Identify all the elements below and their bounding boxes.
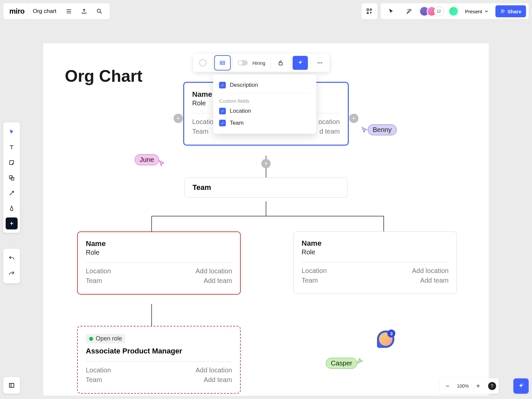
zoom-in-button[interactable]: +	[473, 381, 483, 391]
zoom-out-button[interactable]: −	[442, 381, 453, 391]
zoom-value[interactable]: 100%	[456, 383, 470, 389]
cursor-arrow-icon	[361, 126, 368, 134]
cursor-tag: Casper	[326, 358, 357, 369]
canvas[interactable]: Org Chart Name Role Locatioocation Teamd…	[43, 43, 489, 396]
location-label: Location	[86, 267, 111, 275]
team-label: Team	[86, 376, 102, 384]
location-value[interactable]: Add location	[196, 267, 232, 275]
checkbox-checked-icon: ✓	[219, 108, 226, 114]
svg-point-20	[221, 62, 222, 63]
checkbox-checked-icon: ✓	[219, 120, 226, 126]
ai-assist-button[interactable]	[293, 56, 308, 70]
left-toolbar	[3, 122, 20, 233]
node-name[interactable]: Name	[302, 239, 449, 248]
svg-line-4	[100, 12, 101, 14]
team-label: Team	[192, 128, 208, 135]
cursor-tag: June	[135, 154, 159, 165]
present-button[interactable]: Present	[461, 5, 493, 17]
connector-tool[interactable]	[5, 186, 18, 201]
location-value[interactable]: Add location	[412, 267, 449, 275]
color-swatch-icon	[199, 59, 206, 66]
svg-point-24	[302, 61, 302, 62]
org-node-right[interactable]: Name Role LocationAdd location TeamAdd t…	[293, 231, 457, 294]
open-role-badge: Open role	[86, 334, 125, 343]
hiring-toggle[interactable]: Hiring	[234, 56, 269, 70]
team-value[interactable]: Add team	[203, 277, 232, 285]
cursor-tag: Benny	[368, 124, 397, 135]
node-name[interactable]: Name	[86, 239, 232, 248]
select-tool[interactable]	[5, 124, 18, 140]
cursor-arrow-icon	[158, 160, 166, 167]
page-title[interactable]: Org Chart	[65, 66, 142, 86]
dropdown-item-team[interactable]: ✓ Team	[219, 117, 310, 129]
export-icon[interactable]	[76, 4, 92, 19]
location-value[interactable]: ocation	[319, 118, 340, 126]
svg-rect-5	[367, 9, 368, 11]
checkbox-checked-icon: ✓	[219, 82, 226, 88]
person-add-icon	[500, 9, 505, 14]
team-value[interactable]: d team	[320, 128, 340, 135]
node-role[interactable]: Role	[302, 248, 449, 256]
zoom-controls: − 100% + ?	[440, 378, 499, 394]
comment-bubble[interactable]: 3	[377, 331, 394, 348]
sticky-note-tool[interactable]	[5, 155, 18, 170]
board-name[interactable]: Org chart	[28, 8, 61, 15]
node-role[interactable]: Role	[86, 249, 232, 256]
present-label: Present	[465, 9, 482, 14]
search-icon[interactable]	[92, 4, 107, 19]
apps-icon[interactable]	[361, 3, 377, 19]
current-user-avatar[interactable]	[449, 6, 459, 16]
ai-fab[interactable]	[513, 378, 529, 394]
reactions-icon[interactable]	[401, 4, 417, 19]
share-button[interactable]: Share	[495, 5, 526, 17]
chevron-down-icon	[484, 9, 489, 14]
share-label: Share	[507, 9, 521, 14]
collaborator-cursor-casper: Casper	[326, 358, 364, 369]
dropdown-item-description[interactable]: ✓ Description	[219, 79, 310, 91]
location-label: Location	[86, 366, 111, 374]
divider	[302, 262, 449, 262]
add-right-handle[interactable]: +	[349, 114, 358, 123]
fields-toggle[interactable]	[215, 56, 230, 70]
org-node-open-role[interactable]: Open role Associate Product Manager Loca…	[77, 326, 241, 394]
lock-button[interactable]	[273, 56, 288, 70]
add-below-handle[interactable]: +	[261, 159, 271, 168]
org-node-left[interactable]: Name Role LocationAdd location TeamAdd t…	[77, 231, 241, 295]
text-tool[interactable]	[5, 140, 18, 155]
team-label: Team	[86, 277, 102, 285]
svg-rect-11	[9, 383, 14, 387]
toggle-icon	[238, 60, 248, 66]
open-role-text: Open role	[96, 335, 122, 342]
redo-button[interactable]	[5, 266, 18, 281]
org-node-team[interactable]: Team	[184, 178, 348, 198]
fields-dropdown: ✓ Description Custom fields ✓ Location ✓…	[213, 74, 316, 134]
team-value[interactable]: Add team	[420, 277, 449, 284]
svg-point-27	[321, 63, 322, 64]
panel-toggle[interactable]	[3, 377, 20, 394]
undo-redo-toolbar	[3, 249, 20, 283]
location-value[interactable]: Add location	[196, 366, 232, 374]
pen-tool[interactable]	[5, 201, 18, 216]
status-dot-icon	[89, 337, 93, 341]
help-button[interactable]: ?	[488, 382, 496, 390]
node-toolbar: Hiring	[193, 54, 330, 72]
team-node-label[interactable]: Team	[193, 183, 339, 192]
dropdown-item-location[interactable]: ✓ Location	[219, 105, 310, 117]
svg-marker-7	[367, 12, 368, 14]
open-role-title[interactable]: Associate Product Manager	[86, 347, 232, 355]
cursor-mode-icon[interactable]	[383, 4, 399, 19]
add-left-handle[interactable]: +	[174, 114, 183, 123]
shape-tool[interactable]	[5, 170, 18, 186]
collaborator-avatars[interactable]: 12	[419, 6, 444, 16]
more-options[interactable]	[312, 56, 328, 70]
color-picker[interactable]	[195, 56, 210, 70]
team-value[interactable]: Add team	[203, 376, 232, 384]
team-label: Team	[302, 277, 318, 284]
undo-button[interactable]	[5, 251, 18, 266]
collaborator-cursor-june: June	[135, 152, 166, 167]
menu-icon[interactable]	[61, 4, 76, 19]
more-tools[interactable]	[6, 217, 18, 229]
app-logo[interactable]: miro	[6, 3, 28, 19]
svg-point-25	[318, 63, 319, 64]
collaborator-cursor-benny: Benny	[361, 124, 397, 135]
